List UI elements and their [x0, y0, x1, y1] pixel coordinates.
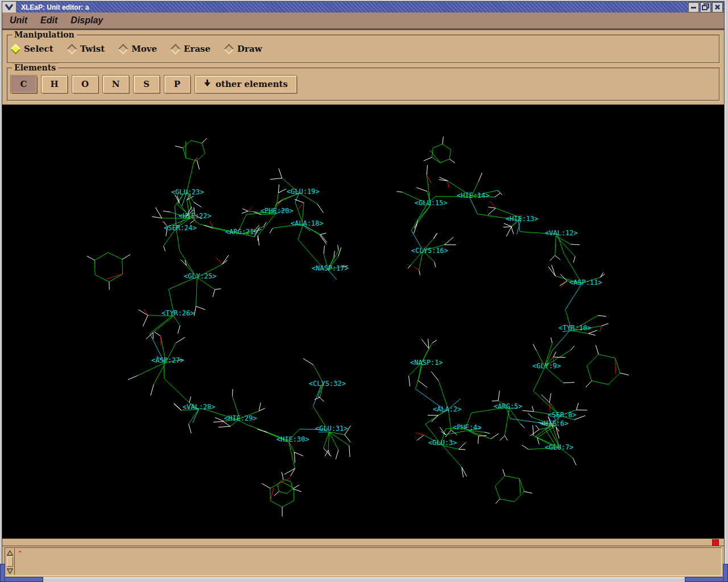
residue-label: <GLY:25> [184, 272, 217, 280]
residue-label: <TYR:26> [162, 309, 195, 317]
radio-label-draw: Draw [237, 44, 262, 54]
element-button-p[interactable]: P [164, 76, 190, 93]
close-icon [714, 2, 721, 13]
chevron-down-icon [5, 2, 14, 13]
residue-label: <ASP:27> [151, 356, 184, 364]
manipulation-options: Select Twist Move Erase Draw [7, 35, 719, 63]
molecule-canvas[interactable]: <NASP:17><ALA:18><GLU:19><PHE:20><ARG:21… [2, 105, 724, 538]
radio-diamond-twist [67, 44, 77, 54]
titlebar[interactable]: XLEaP: Unit editor: a [2, 2, 724, 13]
down-arrow-icon [204, 79, 211, 89]
window-title: XLEaP: Unit editor: a [21, 3, 688, 11]
radio-option-draw[interactable]: Draw [225, 44, 262, 54]
radio-option-erase[interactable]: Erase [172, 44, 210, 54]
residue-label: <SER:8> [548, 411, 577, 419]
scroll-down-icon [7, 566, 13, 576]
resize-corner-bottom-left-v[interactable] [0, 564, 5, 582]
minimize-icon [690, 2, 697, 13]
radio-option-twist[interactable]: Twist [68, 44, 105, 54]
scroll-down-button[interactable] [6, 567, 14, 575]
close-button[interactable] [712, 2, 723, 13]
residue-label: <ARG:5> [494, 402, 523, 410]
menu-unit[interactable]: Unit [10, 15, 27, 26]
residue-label: <GLU:19> [287, 188, 320, 196]
restore-icon [702, 2, 709, 13]
element-button-h[interactable]: H [42, 76, 67, 93]
radio-option-move[interactable]: Move [119, 44, 157, 54]
scroll-up-button[interactable] [6, 548, 14, 556]
residue-label: <VAL:12> [545, 229, 578, 237]
residue-label: <HIE:22> [179, 212, 212, 220]
toolbar-panel: Manipulation Select Twist Move Erase [2, 30, 724, 105]
command-area: ^ [2, 546, 724, 577]
radio-option-select[interactable]: Select [12, 44, 53, 54]
manipulation-legend: Manipulation [12, 30, 77, 39]
residue-label: <NASP:17> [312, 264, 349, 272]
residue-label: <HIE:6> [540, 419, 569, 427]
canvas-scroll-strip [2, 538, 724, 546]
residue-label: <CLYS:16> [411, 247, 448, 255]
text-caret: ^ [18, 550, 22, 557]
residue-label: <ASP:11> [569, 278, 602, 286]
residue-label: <ARG:21> [225, 228, 258, 236]
minimize-button[interactable] [688, 2, 699, 13]
residue-label: <HIE:29> [224, 414, 257, 422]
radio-label-twist: Twist [80, 44, 105, 54]
radio-diamond-move [118, 44, 128, 54]
radio-label-select: Select [24, 44, 53, 54]
radio-label-erase: Erase [184, 44, 210, 54]
xleap-unit-editor-window: XLEaP: Unit editor: a [2, 1, 725, 577]
residue-label: <VAL:28> [183, 403, 216, 411]
element-button-c[interactable]: C [11, 76, 36, 93]
menu-edit[interactable]: Edit [40, 15, 57, 26]
residue-label: <PHE:20> [260, 207, 293, 215]
maximize-button[interactable] [700, 2, 711, 13]
residue-label: <GLU:31> [315, 425, 348, 433]
radio-label-move: Move [131, 44, 157, 54]
residue-label: <ALA:2> [433, 405, 462, 413]
residue-label: <GLU:7> [545, 443, 574, 451]
element-button-n[interactable]: N [103, 76, 129, 93]
other-elements-label: other elements [216, 79, 288, 89]
molecule-wireframe: <NASP:17><ALA:18><GLU:19><PHE:20><ARG:21… [2, 105, 724, 538]
residue-label: <CLYS:32> [309, 380, 346, 388]
window-menu-button[interactable] [2, 2, 16, 13]
command-box: ^ [5, 547, 722, 576]
resize-corner-bottom-right-v[interactable] [723, 564, 728, 582]
residue-label: <GLU:3> [428, 439, 457, 447]
residue-label: <GLU:15> [415, 199, 448, 207]
elements-legend: Elements [12, 63, 58, 72]
residue-label: <SER:24> [164, 224, 197, 232]
residue-label: <ALA:18> [291, 219, 324, 227]
element-button-o[interactable]: O [72, 76, 98, 93]
radio-diamond-draw [224, 44, 234, 54]
residue-label: <GLY:9> [532, 362, 561, 370]
residue-label: <TYR:10> [559, 324, 592, 332]
residue-label: <HIE:14> [457, 192, 490, 199]
menubar: Unit Edit Display [2, 13, 724, 30]
element-buttons: C H O N S P other elements [7, 68, 719, 100]
menu-display[interactable]: Display [71, 15, 103, 26]
elements-group: Elements C H O N S P other elements [7, 68, 719, 101]
radio-diamond-select [10, 44, 20, 54]
residue-label: <GLU:23> [171, 188, 204, 196]
residue-label: <NASP:1> [410, 359, 443, 367]
residue-label: <HIE:13> [506, 215, 539, 223]
other-elements-button[interactable]: other elements [195, 76, 296, 93]
resize-corner-bottom-right[interactable] [685, 577, 728, 582]
command-input[interactable]: ^ [16, 548, 721, 575]
window-controls [688, 2, 723, 13]
element-button-s[interactable]: S [134, 76, 159, 93]
residue-label: <PHE:4> [453, 423, 482, 431]
vertical-scrollbar[interactable] [6, 548, 15, 575]
resize-corner-bottom-left[interactable] [0, 577, 43, 582]
radio-diamond-erase [170, 44, 180, 54]
residue-label: <HIE:30> [276, 435, 309, 443]
manipulation-group: Manipulation Select Twist Move Erase [7, 35, 719, 63]
